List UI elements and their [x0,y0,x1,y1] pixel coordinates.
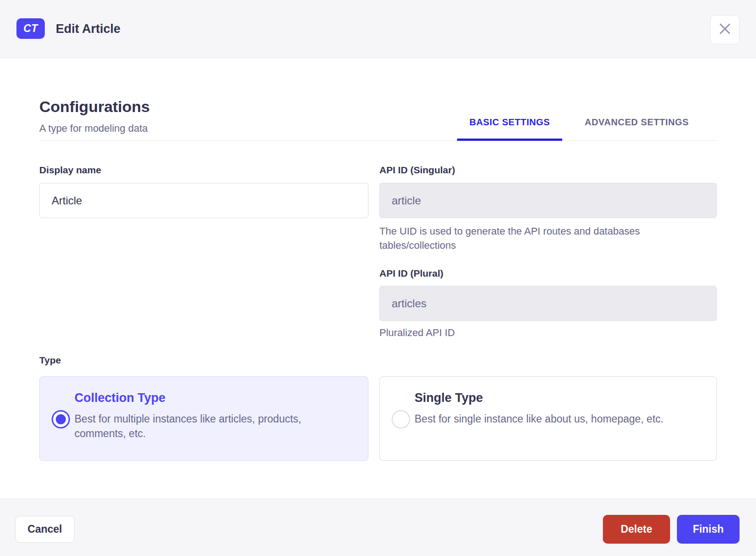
api-id-plural-hint: Pluralized API ID [379,326,690,340]
api-id-plural-label: API ID (Plural) [379,268,443,279]
page-subtitle: A type for modeling data [39,123,148,134]
type-option-single[interactable]: Single Type Best for single instance lik… [379,376,717,461]
edit-content-type-modal: CT Edit Article Configurations A type fo… [0,0,756,556]
tab-advanced-settings[interactable]: ADVANCED SETTINGS [572,103,701,141]
page-title: Configurations [39,98,150,116]
cancel-button[interactable]: Cancel [15,516,75,543]
api-id-singular-input [379,183,717,218]
type-option-collection[interactable]: Collection Type Best for multiple instan… [39,376,368,461]
tab-basic-settings[interactable]: BASIC SETTINGS [457,103,562,141]
type-label: Type [39,355,61,366]
modal-header: CT Edit Article [0,0,756,58]
modal-title: Edit Article [56,0,121,58]
settings-tabs: BASIC SETTINGS ADVANCED SETTINGS [457,103,701,141]
close-icon [719,23,731,37]
collection-type-title: Collection Type [75,391,165,405]
single-type-title: Single Type [415,391,483,405]
modal-footer: Cancel Delete Finish [0,498,756,556]
close-button[interactable] [710,15,740,44]
collection-type-description: Best for multiple instances like article… [75,412,335,441]
api-id-singular-hint: The UID is used to generate the API rout… [379,224,690,252]
finish-button[interactable]: Finish [677,515,740,544]
api-id-plural-input [379,286,717,321]
display-name-input[interactable] [39,183,368,218]
display-name-label: Display name [39,165,101,176]
content-type-badge: CT [16,18,45,39]
collection-type-radio[interactable] [52,410,70,428]
delete-button[interactable]: Delete [603,515,670,544]
single-type-description: Best for single instance like about us, … [415,412,675,426]
content-type-badge-label: CT [23,22,38,35]
api-id-singular-label: API ID (Singular) [379,165,455,176]
single-type-radio[interactable] [392,410,410,428]
